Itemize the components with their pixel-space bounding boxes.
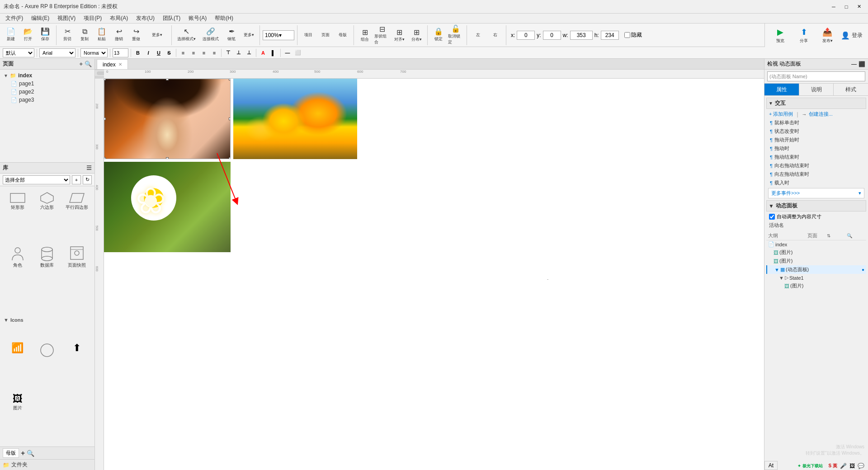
lib-item-circle[interactable] xyxy=(33,340,61,390)
unlock-btn[interactable]: 🔓取消锁定 xyxy=(448,26,464,44)
more-events-btn[interactable]: 更多事件>>> ▾ xyxy=(768,188,864,198)
font-select[interactable]: Arial xyxy=(39,48,75,57)
page-item-page1[interactable]: 📄 page1 xyxy=(0,80,94,88)
canvas[interactable]: - xyxy=(104,79,764,470)
lib-item-rect[interactable]: 矩形形 xyxy=(4,190,32,242)
align-left-button[interactable]: ≡ xyxy=(179,48,188,57)
menu-layout[interactable]: 布局(A) xyxy=(106,14,132,23)
layer-item-img2[interactable]: 🖼 (图片) xyxy=(766,257,866,265)
menu-help[interactable]: 帮助(H) xyxy=(211,14,237,23)
align-right-button[interactable]: ≡ xyxy=(199,48,208,57)
dynamic-panel-name-input[interactable] xyxy=(767,71,865,81)
page-item-page2[interactable]: 📄 page2 xyxy=(0,88,94,96)
tab-close-icon[interactable]: ✕ xyxy=(118,62,122,67)
publish-button[interactable]: 📤发布▾ xyxy=(817,27,837,44)
handle-tl[interactable] xyxy=(104,79,106,80)
canvas-image-tree[interactable] xyxy=(233,79,357,159)
layer-item-state1[interactable]: ▼ ▷ State1 xyxy=(766,274,866,282)
lib-item-image[interactable]: 🖼 图片 xyxy=(4,391,32,443)
lib-item-wifi[interactable]: 📶 xyxy=(4,340,32,390)
masters-btn[interactable]: 母版 xyxy=(335,26,351,44)
lib-item-hex[interactable]: 六边形 xyxy=(33,190,61,242)
lib-item-para[interactable]: 平行四边形 xyxy=(63,190,91,242)
menu-edit[interactable]: 编辑(E) xyxy=(28,14,53,23)
redo-button[interactable]: ↪重做 xyxy=(128,26,144,44)
order-left-btn[interactable]: 左 xyxy=(470,26,486,44)
paste-button[interactable]: 📋粘贴 xyxy=(94,26,110,44)
italic-button[interactable]: I xyxy=(144,48,153,57)
interaction-section-header[interactable]: ▼ 交互 xyxy=(766,98,866,109)
copy-button[interactable]: ⧉复制 xyxy=(76,26,93,44)
pages-btn[interactable]: 页面 xyxy=(317,26,334,44)
login-button[interactable]: 👤 登录 xyxy=(841,31,863,40)
menu-project[interactable]: 项目(P) xyxy=(80,14,105,23)
style-select[interactable]: 默认 xyxy=(3,48,34,57)
page-item-index[interactable]: ▼ 📁 index xyxy=(0,71,94,80)
icons-section-title[interactable]: ▼ Icons xyxy=(4,301,91,338)
handle-ml[interactable] xyxy=(104,118,106,120)
cut-button[interactable]: ✂剪切 xyxy=(59,26,75,44)
tab-description[interactable]: 说明 xyxy=(799,84,834,95)
handle-mr[interactable] xyxy=(229,118,231,120)
hide-checkbox[interactable] xyxy=(624,32,630,38)
valign-middle-button[interactable]: ⊥ xyxy=(234,48,243,57)
lib-item-db[interactable]: 数据库 xyxy=(33,244,61,300)
font-color-button[interactable]: A xyxy=(259,48,268,57)
add-interaction-link[interactable]: + 添加用例 xyxy=(769,111,793,118)
valign-top-button[interactable]: ⊤ xyxy=(224,48,233,57)
font-size-input[interactable] xyxy=(113,48,128,57)
tab-style[interactable]: 样式 xyxy=(834,84,868,95)
lock-btn[interactable]: 🔒锁定 xyxy=(430,26,447,44)
group-btn[interactable]: ⊞组合 xyxy=(357,26,373,44)
library-add-btn[interactable]: + xyxy=(72,175,81,184)
chat-icon[interactable]: 💬 xyxy=(858,463,864,469)
more-edit-button[interactable]: 更多▾ xyxy=(145,26,169,44)
connect-mode-button[interactable]: 🔗连接模式 xyxy=(199,26,222,44)
lib-item-arrow[interactable]: ⬆ xyxy=(63,340,91,390)
new-button[interactable]: 📄新建 xyxy=(3,26,19,44)
y-input[interactable] xyxy=(543,31,561,40)
layer-item-index[interactable]: 📄 index xyxy=(766,240,866,248)
more-tools-button[interactable]: 更多▾ xyxy=(241,26,257,44)
pen-button[interactable]: ✒钢笔 xyxy=(223,26,240,44)
select-mode-button[interactable]: ↖选择模式▾ xyxy=(175,26,198,44)
masters-tab-btn[interactable]: 母版 xyxy=(3,448,19,458)
x-input[interactable] xyxy=(517,31,535,40)
lib-item-snapshot[interactable]: 页面快照 xyxy=(63,244,91,300)
close-button[interactable]: ✕ xyxy=(854,3,864,11)
create-link[interactable]: 创建连接... xyxy=(809,111,833,118)
canvas-wrapper[interactable]: 0 100 200 300 400 500 600 700 200 300 40… xyxy=(95,70,764,470)
layers-search-icon[interactable]: 🔍 xyxy=(847,233,864,238)
preview-button[interactable]: ▶预览 xyxy=(770,27,790,44)
undo-button[interactable]: ↩撤销 xyxy=(111,26,127,44)
library-filter-select[interactable]: 选择全部 xyxy=(3,175,70,184)
img-icon-bottom[interactable]: 🖼 xyxy=(849,463,855,469)
dp-section-header[interactable]: ▼ 动态面板 xyxy=(766,200,866,212)
font-weight-select[interactable]: Normal xyxy=(80,48,108,57)
menu-publish[interactable]: 发布(U) xyxy=(132,14,158,23)
menu-view[interactable]: 视图(V) xyxy=(54,14,79,23)
align-center-button[interactable]: ≡ xyxy=(189,48,198,57)
layers-sort-icon[interactable]: ⇅ xyxy=(827,233,844,238)
align-btn[interactable]: ⊞对齐▾ xyxy=(391,26,407,44)
strikethrough-button[interactable]: S xyxy=(165,48,174,57)
distribute-btn[interactable]: ⊞分布▾ xyxy=(408,26,425,44)
menu-file[interactable]: 文件(F) xyxy=(2,14,27,23)
handle-bl[interactable] xyxy=(104,157,106,159)
mic-icon[interactable]: 🎤 xyxy=(840,463,847,469)
add-master-icon[interactable]: + xyxy=(21,449,25,457)
handle-bc[interactable] xyxy=(166,157,169,159)
line-style-button[interactable]: — xyxy=(283,48,292,57)
pages-add-icon[interactable]: + xyxy=(79,61,83,67)
underline-button[interactable]: U xyxy=(154,48,163,57)
save-button[interactable]: 💾保存 xyxy=(37,26,53,44)
handle-tc[interactable] xyxy=(166,79,169,80)
canvas-image-girl[interactable] xyxy=(104,79,231,159)
library-menu-icon[interactable]: ☰ xyxy=(86,164,92,171)
bold-button[interactable]: B xyxy=(133,48,142,57)
auto-resize-checkbox[interactable] xyxy=(769,214,775,220)
lib-item-person[interactable]: 角色 xyxy=(4,244,32,300)
project-btn[interactable]: 项目 xyxy=(300,26,316,44)
canvas-image-daisy[interactable] xyxy=(104,162,231,252)
border-style-button[interactable]: ⬜ xyxy=(293,48,302,57)
